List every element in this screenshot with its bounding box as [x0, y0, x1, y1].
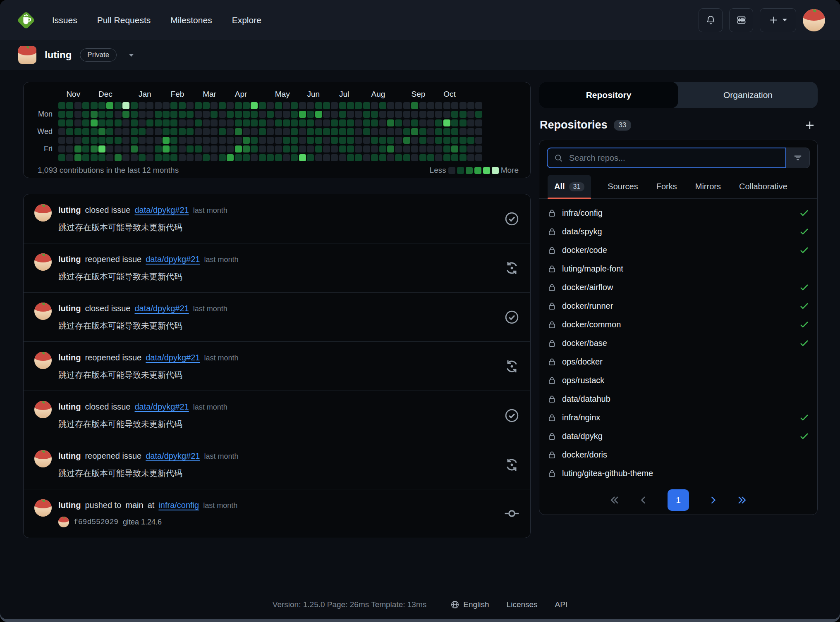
heatmap-cell[interactable] [315, 137, 322, 144]
heatmap-cell[interactable] [355, 111, 362, 118]
heatmap-cell[interactable] [395, 102, 402, 109]
heatmap-cell[interactable] [155, 145, 162, 153]
profile-avatar[interactable] [18, 46, 36, 64]
heatmap-cell[interactable] [419, 128, 426, 135]
heatmap-cell[interactable] [203, 137, 210, 144]
heatmap-cell[interactable] [379, 154, 386, 161]
heatmap-cell[interactable] [451, 145, 458, 153]
heatmap-cell[interactable] [139, 145, 146, 153]
feed-target-link[interactable]: data/dpykg#21 [135, 304, 189, 313]
actor-avatar[interactable] [34, 204, 52, 222]
heatmap-cell[interactable] [347, 154, 354, 161]
heatmap-cell[interactable] [371, 102, 378, 109]
heatmap-cell[interactable] [467, 154, 474, 161]
heatmap-cell[interactable] [323, 145, 330, 153]
heatmap-cell[interactable] [331, 128, 338, 135]
heatmap-cell[interactable] [347, 111, 354, 118]
repo-link[interactable]: luting/gitea-github-theme [562, 469, 809, 478]
heatmap-cell[interactable] [243, 137, 250, 144]
heatmap-cell[interactable] [443, 119, 450, 126]
heatmap-cell[interactable] [419, 111, 426, 118]
heatmap-cell[interactable] [243, 128, 250, 135]
heatmap-cell[interactable] [235, 154, 242, 161]
heatmap-cell[interactable] [98, 111, 105, 118]
heatmap-cell[interactable] [355, 119, 362, 126]
heatmap-cell[interactable] [74, 119, 81, 126]
heatmap-cell[interactable] [235, 145, 242, 153]
heatmap-cell[interactable] [170, 102, 177, 109]
heatmap-cell[interactable] [323, 128, 330, 135]
heatmap-cell[interactable] [203, 102, 210, 109]
heatmap-cell[interactable] [403, 119, 410, 126]
heatmap-cell[interactable] [179, 128, 186, 135]
heatmap-cell[interactable] [131, 154, 138, 161]
actor-avatar[interactable] [34, 352, 52, 369]
heatmap-cell[interactable] [115, 154, 122, 161]
heatmap-cell[interactable] [211, 102, 218, 109]
pagination-last-button[interactable] [737, 495, 747, 505]
heatmap-cell[interactable] [98, 119, 105, 126]
heatmap-cell[interactable] [82, 102, 89, 109]
heatmap-cell[interactable] [131, 119, 138, 126]
actor-avatar[interactable] [34, 450, 52, 467]
heatmap-cell[interactable] [347, 137, 354, 144]
heatmap-cell[interactable] [122, 102, 129, 109]
heatmap-cell[interactable] [82, 137, 89, 144]
heatmap-cell[interactable] [427, 154, 434, 161]
heatmap-cell[interactable] [267, 137, 274, 144]
heatmap-cell[interactable] [211, 119, 218, 126]
heatmap-cell[interactable] [307, 102, 314, 109]
heatmap-cell[interactable] [66, 119, 73, 126]
heatmap-cell[interactable] [122, 111, 129, 118]
heatmap-cell[interactable] [259, 154, 266, 161]
navbar-link-issues[interactable]: Issues [52, 15, 77, 25]
profile-dropdown-icon[interactable] [128, 52, 134, 58]
heatmap-cell[interactable] [355, 145, 362, 153]
heatmap-cell[interactable] [467, 128, 474, 135]
heatmap-cell[interactable] [195, 154, 202, 161]
heatmap-cell[interactable] [219, 111, 226, 118]
heatmap-cell[interactable] [283, 154, 290, 161]
heatmap-cell[interactable] [371, 145, 378, 153]
heatmap-cell[interactable] [122, 119, 129, 126]
heatmap-cell[interactable] [163, 128, 170, 135]
heatmap-cell[interactable] [283, 145, 290, 153]
heatmap-cell[interactable] [283, 119, 290, 126]
heatmap-cell[interactable] [443, 111, 450, 118]
heatmap-cell[interactable] [451, 102, 458, 109]
heatmap-cell[interactable] [427, 111, 434, 118]
heatmap-cell[interactable] [131, 128, 138, 135]
heatmap-cell[interactable] [475, 137, 482, 144]
heatmap-cell[interactable] [58, 119, 65, 126]
heatmap-cell[interactable] [395, 119, 402, 126]
heatmap-cell[interactable] [427, 137, 434, 144]
heatmap-cell[interactable] [379, 111, 386, 118]
heatmap-cell[interactable] [291, 128, 298, 135]
heatmap-cell[interactable] [155, 111, 162, 118]
heatmap-cell[interactable] [115, 145, 122, 153]
heatmap-cell[interactable] [66, 102, 73, 109]
heatmap-cell[interactable] [339, 128, 346, 135]
heatmap-cell[interactable] [187, 137, 194, 144]
heatmap-cell[interactable] [307, 111, 314, 118]
heatmap-cell[interactable] [267, 102, 274, 109]
heatmap-cell[interactable] [170, 128, 177, 135]
heatmap-cell[interactable] [251, 102, 258, 109]
heatmap-cell[interactable] [267, 119, 274, 126]
heatmap-cell[interactable] [435, 119, 442, 126]
heatmap-cell[interactable] [98, 137, 105, 144]
heatmap-cell[interactable] [91, 154, 98, 161]
repo-link[interactable]: docker/code [562, 245, 794, 255]
heatmap-cell[interactable] [163, 111, 170, 118]
heatmap-cell[interactable] [195, 102, 202, 109]
actor-avatar[interactable] [34, 303, 52, 320]
heatmap-cell[interactable] [347, 145, 354, 153]
heatmap-cell[interactable] [379, 102, 386, 109]
heatmap-cell[interactable] [291, 119, 298, 126]
heatmap-cell[interactable] [331, 145, 338, 153]
heatmap-cell[interactable] [131, 102, 138, 109]
heatmap-cell[interactable] [395, 128, 402, 135]
heatmap-cell[interactable] [66, 128, 73, 135]
heatmap-cell[interactable] [251, 137, 258, 144]
heatmap-cell[interactable] [363, 137, 370, 144]
